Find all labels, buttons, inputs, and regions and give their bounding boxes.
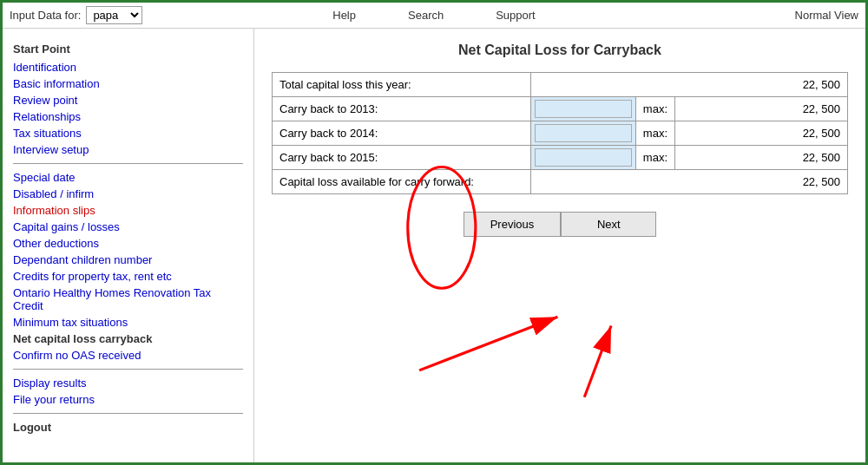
sidebar-item-ontario-healthy-homes[interactable]: Ontario Healthy Homes Renovation Tax Cre… xyxy=(13,285,243,314)
content-area: Net Capital Loss for Carryback Total cap… xyxy=(254,29,865,462)
input-cell-2014[interactable] xyxy=(531,121,635,146)
main-layout: Start Point Identification Basic informa… xyxy=(3,29,865,462)
max-label-2013: max: xyxy=(635,97,674,121)
label-carry-back-2015: Carry back to 2015: xyxy=(273,146,531,170)
sidebar-item-interview-setup[interactable]: Interview setup xyxy=(13,141,243,158)
app-container: Input Data for: papa mama child Help Sea… xyxy=(0,0,868,465)
svg-line-2 xyxy=(584,325,611,396)
page-title: Net Capital Loss for Carryback xyxy=(272,43,848,58)
sidebar-divider-3 xyxy=(13,413,243,414)
table-row-total: Total capital loss this year: 22, 500 xyxy=(273,73,848,97)
table-row-2014: Carry back to 2014: max: 22, 500 xyxy=(273,121,848,146)
table-row-2013: Carry back to 2013: max: 22, 500 xyxy=(273,97,848,121)
sidebar-item-logout[interactable]: Logout xyxy=(13,419,243,436)
sidebar: Start Point Identification Basic informa… xyxy=(3,29,254,462)
input-carry-back-2013[interactable] xyxy=(535,100,631,118)
max-value-2015: 22, 500 xyxy=(675,146,848,170)
sidebar-item-relationships[interactable]: Relationships xyxy=(13,108,243,125)
input-carry-back-2014[interactable] xyxy=(535,124,631,142)
sidebar-divider-2 xyxy=(13,369,243,370)
input-data-label: Input Data for: xyxy=(10,9,81,22)
header-nav: Help Search Support xyxy=(222,9,647,22)
input-carry-back-2015[interactable] xyxy=(535,148,631,167)
sidebar-item-display-results[interactable]: Display results xyxy=(13,375,243,391)
next-button[interactable]: Next xyxy=(561,212,656,237)
header-left: Input Data for: papa mama child xyxy=(10,6,222,24)
value-total-capital-loss: 22, 500 xyxy=(531,73,848,97)
input-cell-2015[interactable] xyxy=(531,146,635,170)
net-capital-loss-table: Total capital loss this year: 22, 500 Ca… xyxy=(272,72,848,194)
label-total-capital-loss: Total capital loss this year: xyxy=(273,73,531,97)
sidebar-item-minimum-tax[interactable]: Minimum tax situations xyxy=(13,314,243,331)
label-carry-forward: Capital loss available for carry forward… xyxy=(273,170,531,194)
header-right: Normal View xyxy=(647,9,859,22)
sidebar-item-dependant-children[interactable]: Dependant children number xyxy=(13,252,243,268)
table-row-2015: Carry back to 2015: max: 22, 500 xyxy=(273,146,848,170)
sidebar-item-special-date[interactable]: Special date xyxy=(13,169,243,186)
max-value-2014: 22, 500 xyxy=(675,121,848,146)
sidebar-item-tax-situations[interactable]: Tax situations xyxy=(13,125,243,141)
sidebar-item-capital-gains[interactable]: Capital gains / losses xyxy=(13,219,243,235)
previous-button[interactable]: Previous xyxy=(464,212,562,237)
value-carry-forward: 22, 500 xyxy=(531,170,848,194)
sidebar-item-confirm-no-oas[interactable]: Confirm no OAS received xyxy=(13,347,243,363)
sidebar-item-basic-information[interactable]: Basic information xyxy=(13,75,243,92)
label-carry-back-2014: Carry back to 2014: xyxy=(273,121,531,146)
sidebar-item-file-returns[interactable]: File your returns xyxy=(13,391,243,408)
sidebar-item-identification[interactable]: Identification xyxy=(13,59,243,75)
normal-view-link[interactable]: Normal View xyxy=(795,9,858,22)
help-link[interactable]: Help xyxy=(332,9,356,22)
max-label-2014: max: xyxy=(635,121,674,146)
buttons-row: Previous Next xyxy=(272,212,848,237)
label-carry-back-2013: Carry back to 2013: xyxy=(273,97,531,121)
sidebar-divider-1 xyxy=(13,163,243,164)
user-select[interactable]: papa mama child xyxy=(86,6,142,24)
search-link[interactable]: Search xyxy=(408,9,444,22)
sidebar-section1-title: Start Point xyxy=(13,43,243,56)
svg-line-1 xyxy=(419,317,557,370)
sidebar-item-disabled-infirm[interactable]: Disabled / infirm xyxy=(13,186,243,202)
sidebar-item-review-point[interactable]: Review point xyxy=(13,92,243,108)
sidebar-item-information-slips[interactable]: Information slips xyxy=(13,202,243,219)
sidebar-item-net-capital-loss[interactable]: Net capital loss carryback xyxy=(13,331,243,347)
max-label-2015: max: xyxy=(635,146,674,170)
table-row-carry-forward: Capital loss available for carry forward… xyxy=(273,170,848,194)
support-link[interactable]: Support xyxy=(496,9,536,22)
sidebar-item-other-deductions[interactable]: Other deductions xyxy=(13,235,243,252)
sidebar-item-credits-property-tax[interactable]: Credits for property tax, rent etc xyxy=(13,268,243,285)
max-value-2013: 22, 500 xyxy=(675,97,848,121)
header-bar: Input Data for: papa mama child Help Sea… xyxy=(3,3,865,29)
input-cell-2013[interactable] xyxy=(531,97,635,121)
